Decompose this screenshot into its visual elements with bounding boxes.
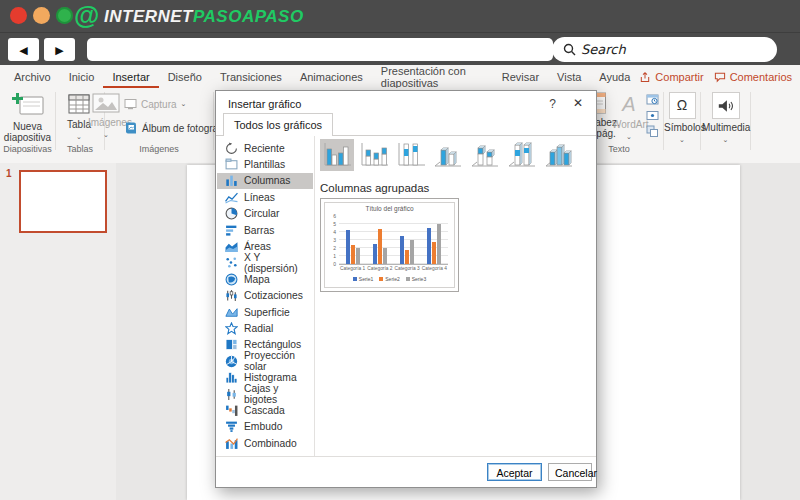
brand-internet: INTERNET xyxy=(104,7,193,26)
bar-serie3 xyxy=(383,248,387,264)
symbols-button[interactable]: Ω Símbolos ⌄ xyxy=(664,92,700,144)
subtype-thumb-3d-100-stacked-column[interactable] xyxy=(505,139,539,171)
subtype-thumb-stacked-column[interactable] xyxy=(357,139,391,171)
x-category-label: Categoría 2 xyxy=(367,266,392,271)
slide-number-icon[interactable] xyxy=(646,109,659,122)
images-button[interactable]: Imágenes ⌄ xyxy=(88,92,124,139)
category-item-lineas[interactable]: Líneas xyxy=(217,189,313,205)
category-item-columnas[interactable]: Columnas xyxy=(217,173,313,189)
share-button[interactable]: Compartir xyxy=(639,71,703,83)
menu-tab-transiciones[interactable]: Transiciones xyxy=(211,65,291,88)
category-item-combinado[interactable]: Combinado xyxy=(217,435,313,451)
group-label-slides: Diapositivas xyxy=(0,144,55,154)
cancel-button[interactable]: Cancelar xyxy=(548,463,592,481)
menu-tab-diseno[interactable]: Diseño xyxy=(159,65,211,88)
subtype-thumb-100-stacked-column[interactable] xyxy=(394,139,428,171)
accept-button[interactable]: Aceptar xyxy=(487,463,542,481)
comments-label: Comentarios xyxy=(730,71,792,83)
bar-serie2 xyxy=(378,229,382,264)
y-tick-label: 5 xyxy=(333,221,336,227)
treemap-icon xyxy=(225,338,238,351)
subtype-thumb-3d-column[interactable] xyxy=(542,139,576,171)
category-item-cotizaciones[interactable]: Cotizaciones xyxy=(217,288,313,304)
browser-titlebar: @ INTERNETPASOAPASO xyxy=(0,0,800,32)
chart-y-axis-labels: 6543210 xyxy=(327,213,336,267)
histogram-icon xyxy=(225,371,238,384)
chart-preview[interactable]: Título del gráfico 6543210 Categoría 1Ca… xyxy=(320,198,459,292)
category-item-barras[interactable]: Barras xyxy=(217,222,313,238)
menu-tab-insertar[interactable]: Insertar xyxy=(103,65,158,88)
menu-tab-ayuda[interactable]: Ayuda xyxy=(590,65,639,88)
chart-subtype-row xyxy=(320,139,576,171)
y-tick-label: 4 xyxy=(333,229,336,235)
category-label: Superficie xyxy=(244,307,290,318)
maximize-window-button[interactable] xyxy=(56,7,73,24)
text-mini-buttons xyxy=(646,93,659,138)
multimedia-button[interactable]: Multimedia ⌄ xyxy=(702,92,749,144)
menu-tab-archivo[interactable]: Archivo xyxy=(5,65,60,88)
multimedia-label: Multimedia xyxy=(702,122,750,133)
bar-serie3 xyxy=(437,224,441,264)
app: @ INTERNETPASOAPASO ◀ ▶ Search ArchivoIn… xyxy=(0,0,800,500)
chart-x-axis-labels: Categoría 1Categoría 2Categoría 3Categor… xyxy=(339,266,448,271)
legend-swatch xyxy=(379,277,383,281)
x-category-label: Categoría 1 xyxy=(340,266,365,271)
back-button[interactable]: ◀ xyxy=(8,38,39,61)
area-icon xyxy=(225,240,238,253)
chart-title: Título del gráfico xyxy=(325,205,454,212)
search-box[interactable]: Search xyxy=(552,37,777,62)
capture-icon xyxy=(124,98,137,110)
boxwhisker-icon xyxy=(225,388,238,401)
slide-thumbnail[interactable] xyxy=(19,170,107,233)
category-label: Barras xyxy=(244,225,274,236)
subtype-thumb-3d-clustered-column[interactable] xyxy=(431,139,465,171)
menu-tab-revisar[interactable]: Revisar xyxy=(493,65,548,88)
menu-bar: ArchivoInicioInsertarDiseñoTransicionesA… xyxy=(0,65,800,88)
subtype-thumb-clustered-column[interactable] xyxy=(320,139,354,171)
address-bar[interactable] xyxy=(87,38,553,61)
tab-all-charts[interactable]: Todos los gráficos xyxy=(223,113,333,136)
category-item-proyeccion-solar[interactable]: Proyección solar xyxy=(217,353,313,369)
menu-tab-inicio[interactable]: Inicio xyxy=(60,65,104,88)
insert-object-icon[interactable] xyxy=(646,125,659,138)
category-item-superficie[interactable]: Superficie xyxy=(217,304,313,320)
sunburst-icon xyxy=(225,355,238,368)
menu-tab-vista[interactable]: Vista xyxy=(548,65,590,88)
category-label: Líneas xyxy=(244,192,275,203)
wordart-button[interactable]: A WordArt ⌄ xyxy=(612,92,646,141)
share-label: Compartir xyxy=(655,71,703,83)
legend-label: Serie1 xyxy=(359,276,373,282)
subtype-thumb-3d-stacked-column[interactable] xyxy=(468,139,502,171)
close-window-button[interactable] xyxy=(10,7,27,24)
category-item-cajas-y-bigotes[interactable]: Cajas y bigotes xyxy=(217,386,313,402)
category-item-x-y-dispersion[interactable]: X Y (dispersión) xyxy=(217,255,313,271)
close-icon[interactable]: ✕ xyxy=(573,96,583,110)
group-label-images: Imágenes xyxy=(105,144,213,154)
category-item-circular[interactable]: Circular xyxy=(217,206,313,222)
forward-button[interactable]: ▶ xyxy=(44,38,75,61)
comments-icon xyxy=(714,71,726,83)
chevron-down-icon: ⌄ xyxy=(103,131,109,138)
category-item-plantillas[interactable]: Plantillas xyxy=(217,156,313,172)
x-category-label: Categoría 3 xyxy=(395,266,420,271)
footer-divider xyxy=(216,456,596,457)
waterfall-icon xyxy=(225,404,238,417)
category-item-embudo[interactable]: Embudo xyxy=(217,419,313,435)
chart-preview-inner: Título del gráfico 6543210 Categoría 1Ca… xyxy=(324,202,455,288)
browser-navbar: ◀ ▶ Search xyxy=(0,32,800,66)
category-label: Cotizaciones xyxy=(244,290,303,301)
menu-tab-presentacion-con-diapositivas[interactable]: Presentación con diapositivas xyxy=(372,65,493,88)
menu-tab-animaciones[interactable]: Animaciones xyxy=(291,65,372,88)
bar-serie3 xyxy=(410,240,414,264)
capture-button[interactable]: Captura ⌄ xyxy=(124,98,186,110)
list-divider xyxy=(314,136,315,456)
category-label: Mapa xyxy=(244,274,270,285)
category-item-reciente[interactable]: Reciente xyxy=(217,140,313,156)
chevron-down-icon: ⌄ xyxy=(626,133,632,140)
help-icon[interactable]: ? xyxy=(549,97,556,111)
category-item-radial[interactable]: Radial xyxy=(217,320,313,336)
minimize-window-button[interactable] xyxy=(33,7,50,24)
comments-button[interactable]: Comentarios xyxy=(714,71,792,83)
insert-chart-dialog: Insertar gráfico ? ✕ Todos los gráficos … xyxy=(215,90,597,488)
date-time-icon[interactable] xyxy=(646,93,659,106)
